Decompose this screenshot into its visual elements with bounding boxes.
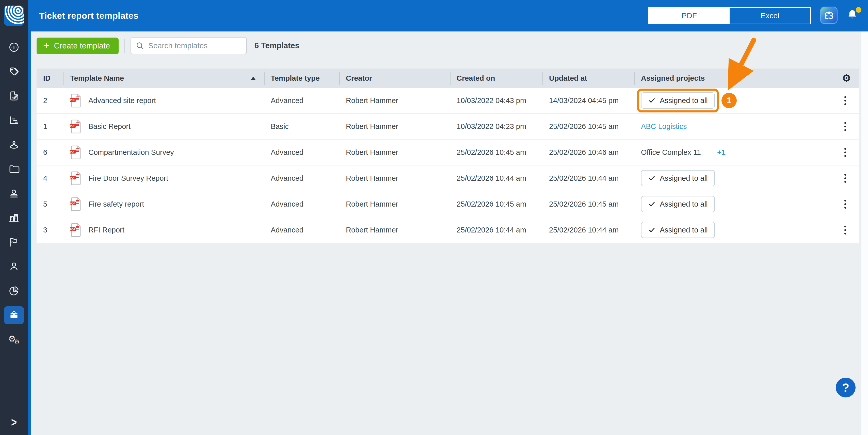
create-template-button[interactable]: + Create template — [37, 38, 119, 54]
sidebar: ⚙⚙ > — [0, 0, 31, 435]
sidebar-expand-button[interactable]: > — [0, 416, 28, 429]
assigned-to-all-button[interactable]: Assigned to all — [641, 222, 715, 238]
sidebar-item-buildings[interactable] — [0, 206, 28, 230]
assigned-to-all-button[interactable]: Assigned to all — [641, 170, 715, 186]
cell-template-name[interactable]: PDFAdvanced site report — [63, 93, 264, 108]
column-header-creator[interactable]: Creator — [339, 69, 450, 88]
sidebar-item-briefcase[interactable] — [0, 303, 28, 327]
help-button[interactable]: ? — [836, 378, 856, 397]
annotation-highlight: Assigned to all — [641, 92, 715, 109]
sidebar-item-flag[interactable] — [0, 230, 28, 254]
annotation-step-badge: 1 — [721, 93, 737, 108]
column-header-assigned-projects[interactable]: Assigned projects — [634, 69, 818, 88]
cell-creator: Robert Hammer — [339, 200, 450, 208]
table-header-row: IDTemplate NameTemplate typeCreatorCreat… — [37, 69, 859, 88]
scrollbar-track[interactable] — [861, 31, 868, 435]
flag-icon — [8, 236, 20, 248]
cell-id: 2 — [37, 96, 63, 105]
cell-template-name[interactable]: PDFRFI Report — [63, 223, 264, 237]
cell-updated-at: 25/02/2026 10:45 am — [542, 122, 634, 131]
table-row[interactable]: 3PDFRFI ReportAdvancedRobert Hammer25/02… — [37, 217, 859, 243]
cell-actions — [818, 146, 859, 159]
row-menu-kebab-icon[interactable] — [842, 198, 848, 211]
cell-id: 6 — [37, 148, 63, 157]
column-header-template-type[interactable]: Template type — [264, 69, 339, 88]
row-menu-kebab-icon[interactable] — [842, 172, 848, 185]
column-header-updated-at[interactable]: Updated at — [542, 69, 634, 88]
search-input[interactable] — [148, 41, 247, 50]
assigned-to-all-button[interactable]: Assigned to all — [641, 196, 715, 212]
cell-template-name[interactable]: PDFBasic Report — [63, 119, 264, 133]
assigned-to-all-label: Assigned to all — [660, 226, 708, 234]
cell-creator: Robert Hammer — [339, 122, 450, 131]
pdf-file-icon: PDF — [70, 171, 82, 185]
row-menu-kebab-icon[interactable] — [842, 146, 848, 159]
table-row[interactable]: 1PDFBasic ReportBasicRobert Hammer10/03/… — [37, 114, 859, 140]
sidebar-accent-strip — [28, 0, 31, 435]
check-icon — [648, 97, 656, 104]
page-title: Ticket report templates — [39, 0, 138, 31]
templates-table: IDTemplate NameTemplate typeCreatorCreat… — [37, 69, 859, 243]
notification-dot — [856, 7, 861, 13]
table-body: 2PDFAdvanced site reportAdvancedRobert H… — [37, 88, 859, 243]
assigned-to-all-label: Assigned to all — [660, 174, 708, 182]
table-row[interactable]: 2PDFAdvanced site reportAdvancedRobert H… — [37, 88, 859, 114]
cell-created-on: 25/02/2026 10:44 am — [450, 174, 542, 182]
sidebar-item-user[interactable] — [0, 254, 28, 279]
sidebar-item-pie-chart[interactable] — [0, 279, 28, 303]
column-label: ID — [43, 74, 51, 82]
bar-chart-icon — [8, 114, 20, 126]
sidebar-item-stamp[interactable] — [0, 181, 28, 206]
column-header-created-on[interactable]: Created on — [450, 69, 542, 88]
sidebar-item-document-edit[interactable] — [0, 84, 28, 108]
cell-actions — [818, 94, 859, 107]
briefcase-icon — [8, 309, 20, 321]
template-count: 6 Templates — [254, 37, 300, 54]
toggle-option-pdf[interactable]: PDF — [649, 8, 730, 24]
cell-updated-at: 25/02/2026 10:44 am — [542, 174, 634, 182]
table-settings-gear-icon[interactable]: ⚙ — [842, 73, 851, 84]
cell-assigned-projects: Office Complex 11+1 — [634, 148, 818, 157]
gauge-icon — [8, 41, 20, 53]
cell-template-name[interactable]: PDFCompartmentation Survey — [63, 145, 264, 159]
table-row[interactable]: 5PDFFire safety reportAdvancedRobert Ham… — [37, 191, 859, 217]
sidebar-item-folder[interactable] — [0, 157, 28, 181]
assigned-more-link[interactable]: +1 — [717, 148, 725, 157]
chevron-right-icon: > — [11, 416, 17, 429]
person-pin-icon — [8, 139, 20, 150]
column-header-template-name[interactable]: Template Name — [63, 69, 264, 88]
table-row[interactable]: 4PDFFire Door Survey ReportAdvancedRober… — [37, 165, 859, 191]
column-header-id[interactable]: ID — [37, 69, 63, 88]
user-icon — [8, 261, 20, 272]
sidebar-item-gears[interactable]: ⚙⚙ — [0, 327, 28, 352]
cell-updated-at: 14/03/2024 04:45 pm — [542, 96, 634, 105]
row-menu-kebab-icon[interactable] — [842, 120, 848, 133]
cell-actions — [818, 198, 859, 211]
document-edit-icon — [8, 90, 20, 102]
svg-text:PDF: PDF — [70, 124, 75, 127]
toggle-option-excel[interactable]: Excel — [730, 8, 810, 24]
cell-template-name[interactable]: PDFFire Door Survey Report — [63, 171, 264, 185]
sidebar-item-bar-chart[interactable] — [0, 108, 28, 132]
assigned-project-link[interactable]: ABC Logistics — [641, 122, 687, 131]
column-label: Creator — [346, 74, 372, 82]
column-settings-cell[interactable]: ⚙ — [818, 69, 859, 88]
apps-icon[interactable] — [820, 7, 838, 24]
cell-updated-at: 25/02/2026 10:44 am — [542, 226, 634, 234]
sidebar-item-person-pin[interactable] — [0, 132, 28, 157]
assigned-to-all-button[interactable]: Assigned to all — [641, 92, 715, 109]
cell-template-name[interactable]: PDFFire safety report — [63, 197, 264, 211]
table-row[interactable]: 6PDFCompartmentation SurveyAdvancedRober… — [37, 140, 859, 165]
cell-actions — [818, 172, 859, 185]
cell-template-type: Advanced — [264, 200, 339, 208]
pdf-file-icon: PDF — [70, 93, 82, 108]
cell-id: 3 — [37, 226, 63, 234]
bell-icon[interactable] — [846, 8, 861, 23]
column-label: Updated at — [549, 74, 587, 82]
row-menu-kebab-icon[interactable] — [842, 224, 848, 237]
sidebar-item-gauge[interactable] — [0, 35, 28, 59]
template-name-label: Advanced site report — [88, 96, 156, 105]
row-menu-kebab-icon[interactable] — [842, 94, 848, 107]
template-name-label: Fire safety report — [88, 200, 144, 208]
sidebar-item-tags[interactable] — [0, 59, 28, 84]
